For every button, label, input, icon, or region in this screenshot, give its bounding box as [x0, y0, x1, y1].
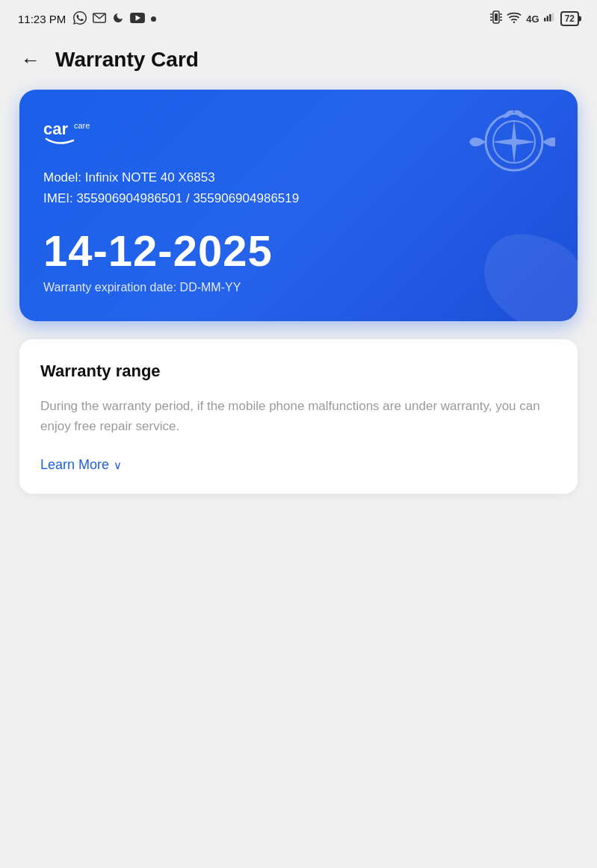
- svg-rect-14: [549, 14, 551, 22]
- card-imei: IMEI: 355906904986501 / 355906904986519: [43, 191, 554, 206]
- warranty-range-description: During the warranty period, if the mobil…: [40, 396, 557, 436]
- wifi-icon: [507, 11, 522, 26]
- svg-rect-13: [546, 16, 548, 21]
- whatsapp-icon: [73, 11, 87, 27]
- learn-more-label: Learn More: [40, 457, 109, 473]
- expiry-label: Warranty expiration date: DD-MM-YY: [43, 281, 554, 294]
- warranty-card: car care Model: Infinix NOTE 40 X6853 IM…: [19, 90, 578, 321]
- svg-rect-4: [495, 13, 498, 21]
- back-button[interactable]: ←: [21, 50, 40, 69]
- card-model: Model: Infinix NOTE 40 X6853: [43, 170, 554, 185]
- chevron-down-icon: ∨: [114, 459, 122, 472]
- status-bar: 11:23 PM: [0, 0, 597, 34]
- svg-rect-15: [551, 13, 553, 21]
- content: car care Model: Infinix NOTE 40 X6853 IM…: [0, 90, 597, 516]
- svg-rect-12: [544, 18, 545, 22]
- page-title: Warranty Card: [55, 48, 199, 72]
- youtube-icon: [130, 13, 145, 25]
- status-bar-left: 11:23 PM: [18, 11, 156, 27]
- signal-bars-icon: [544, 12, 556, 25]
- vibrate-icon: [490, 10, 502, 27]
- battery-level: 72: [565, 13, 575, 24]
- status-icons: [73, 11, 156, 27]
- status-time: 11:23 PM: [18, 13, 66, 25]
- svg-text:car: car: [43, 120, 68, 138]
- email-icon: [93, 13, 106, 25]
- svg-text:care: care: [74, 121, 90, 130]
- status-bar-right: 4G 72: [490, 10, 579, 27]
- warranty-range-card: Warranty range During the warranty perio…: [19, 339, 578, 494]
- warranty-date: 14-12-2025: [43, 227, 554, 275]
- header: ← Warranty Card: [0, 34, 597, 90]
- battery-indicator: 72: [560, 11, 579, 26]
- warranty-range-title: Warranty range: [40, 362, 557, 381]
- notification-dot: [151, 16, 156, 22]
- signal-icon: 4G: [526, 13, 539, 25]
- moon-icon: [112, 12, 124, 26]
- learn-more-button[interactable]: Learn More ∨: [40, 457, 557, 473]
- svg-point-11: [513, 21, 516, 23]
